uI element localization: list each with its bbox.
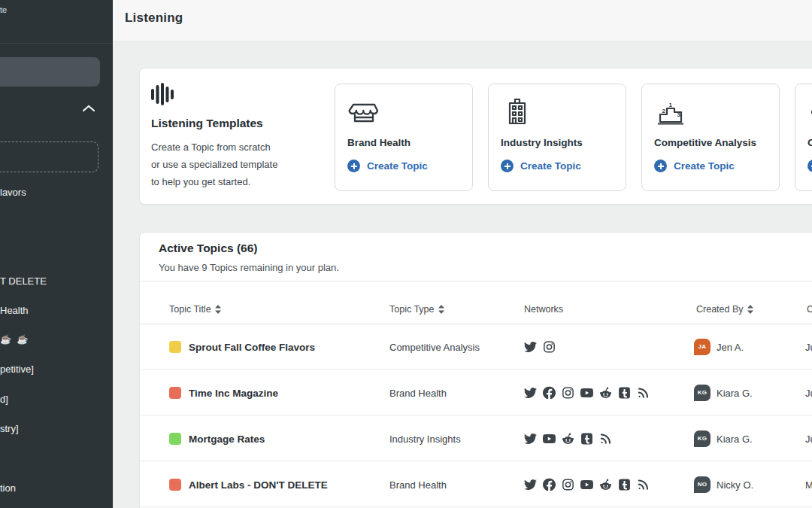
create-topic-button[interactable]: Create Topic bbox=[807, 160, 812, 172]
column-header-created-on[interactable]: C bbox=[807, 304, 812, 315]
svg-text:1: 1 bbox=[669, 102, 673, 108]
templates-heading: Listening Templates bbox=[151, 117, 317, 130]
created-date: Ju bbox=[805, 387, 812, 398]
facebook-icon bbox=[543, 386, 556, 399]
network-icons bbox=[524, 432, 612, 445]
created-by-name: Kiara G. bbox=[717, 387, 753, 398]
sidebar-item-topic[interactable]: stry] bbox=[0, 423, 19, 434]
create-topic-button[interactable]: Create Topic bbox=[347, 160, 460, 172]
waveform-icon bbox=[151, 82, 174, 106]
sort-icon[interactable] bbox=[215, 305, 221, 314]
twitter-icon bbox=[524, 386, 537, 399]
sidebar-item-topic[interactable]: T DELETE bbox=[0, 275, 47, 287]
building-icon bbox=[501, 96, 534, 129]
network-icons bbox=[524, 340, 556, 353]
column-header-topic-type[interactable]: Topic Type bbox=[389, 304, 444, 315]
sidebar-divider bbox=[0, 43, 113, 44]
svg-text:3: 3 bbox=[677, 111, 681, 118]
youtube-icon bbox=[580, 478, 593, 491]
table-row[interactable]: Mortgage Rates Industry Insights KG Kiar… bbox=[140, 415, 812, 461]
podium-icon: 2 1 3 bbox=[654, 96, 687, 129]
sidebar-item-topic[interactable]: d] bbox=[0, 394, 8, 405]
storefront-icon bbox=[347, 96, 380, 129]
tumblr-icon bbox=[618, 478, 631, 491]
template-name: Industry Insights bbox=[501, 137, 614, 148]
topic-type: Brand Health bbox=[389, 479, 447, 490]
topic-color-swatch bbox=[169, 479, 181, 491]
template-card-brand-health[interactable]: Brand Health Create Topic bbox=[335, 84, 473, 191]
topic-title[interactable]: Time Inc Magazine bbox=[189, 387, 278, 398]
topic-title[interactable]: Sprout Fall Coffee Flavors bbox=[189, 341, 315, 352]
sidebar-item-topic[interactable]: tion bbox=[0, 482, 16, 494]
column-header-created-by[interactable]: Created By bbox=[696, 304, 753, 315]
created-by-name: Nicky O. bbox=[717, 479, 753, 490]
sidebar-button[interactable] bbox=[0, 57, 100, 87]
column-header-topic-title[interactable]: Topic Title bbox=[169, 304, 221, 315]
sidebar-item-topic[interactable]: lavors bbox=[0, 187, 26, 198]
active-topics-heading: Active Topics (66) bbox=[159, 242, 258, 255]
created-date: M bbox=[805, 479, 812, 490]
twitter-icon bbox=[524, 478, 537, 491]
template-card-campaign[interactable]: Ca Create Topic bbox=[795, 84, 812, 191]
table-row[interactable]: Albert Labs - DON'T DELETE Brand Health … bbox=[140, 461, 812, 507]
rss-icon bbox=[637, 386, 650, 399]
template-name: Ca bbox=[807, 137, 812, 148]
youtube-icon bbox=[543, 432, 556, 445]
svg-text:2: 2 bbox=[662, 108, 666, 114]
sort-icon[interactable] bbox=[747, 305, 753, 314]
twitter-icon bbox=[524, 340, 537, 353]
reddit-icon bbox=[562, 432, 574, 445]
templates-intro: Listening Templates Create a Topic from … bbox=[151, 78, 317, 190]
avatar: JA bbox=[694, 339, 710, 355]
tumblr-icon bbox=[618, 386, 631, 399]
plus-circle-icon bbox=[501, 160, 514, 172]
template-card-competitive-analysis[interactable]: 2 1 3 Competitive Analysis Create Topic bbox=[641, 84, 780, 191]
table-row[interactable]: Sprout Fall Coffee Flavors Competitive A… bbox=[140, 324, 812, 370]
avatar: KG bbox=[694, 385, 710, 401]
instagram-icon bbox=[562, 478, 574, 491]
sidebar-item-topic[interactable]: ☕ ☕ bbox=[0, 334, 29, 345]
template-card-industry-insights[interactable]: Industry Insights Create Topic bbox=[488, 84, 626, 191]
topic-type: Brand Health bbox=[389, 387, 447, 398]
topic-type: Competitive Analysis bbox=[389, 341, 480, 352]
coffee-emoji-icon: ☕ ☕ bbox=[0, 334, 29, 345]
rss-icon bbox=[599, 432, 612, 445]
page-title: Listening bbox=[125, 11, 183, 26]
sidebar-item-topic[interactable]: Health bbox=[0, 305, 29, 316]
create-topic-button[interactable]: Create Topic bbox=[654, 160, 767, 172]
topic-color-swatch bbox=[169, 341, 181, 353]
divider bbox=[140, 506, 812, 507]
main-content: Listening Listening Templates Create a T… bbox=[113, 0, 812, 508]
instagram-icon bbox=[543, 340, 556, 353]
megaphone-icon bbox=[807, 96, 812, 129]
topic-title[interactable]: Mortgage Rates bbox=[189, 433, 265, 444]
topic-title[interactable]: Albert Labs - DON'T DELETE bbox=[189, 479, 328, 490]
chevron-up-icon[interactable] bbox=[81, 103, 96, 114]
created-date: Ju bbox=[805, 341, 812, 352]
reddit-icon bbox=[599, 386, 612, 399]
tumblr-icon bbox=[580, 432, 593, 445]
plus-circle-icon bbox=[654, 160, 667, 172]
avatar: NO bbox=[694, 476, 710, 493]
network-icons bbox=[524, 386, 650, 399]
facebook-icon bbox=[543, 478, 556, 491]
listening-templates-panel: Listening Templates Create a Topic from … bbox=[139, 68, 812, 205]
sidebar-dropzone[interactable] bbox=[0, 141, 98, 172]
column-header-networks: Networks bbox=[524, 304, 563, 315]
template-name: Competitive Analysis bbox=[654, 137, 767, 148]
templates-description: Create a Topic from scratch or use a spe… bbox=[151, 138, 317, 190]
youtube-icon bbox=[580, 386, 593, 399]
reddit-icon bbox=[599, 478, 612, 491]
topic-color-swatch bbox=[169, 387, 181, 399]
table-row[interactable]: Time Inc Magazine Brand Health KG Kiara … bbox=[140, 370, 812, 415]
plus-circle-icon bbox=[807, 160, 812, 172]
sidebar-item-topic[interactable]: petitive] bbox=[0, 364, 34, 375]
network-icons bbox=[524, 478, 650, 491]
table-header-row: Topic Title Topic Type Networks Created … bbox=[140, 281, 812, 324]
topic-color-swatch bbox=[169, 433, 181, 445]
rss-icon bbox=[637, 478, 650, 491]
created-by-name: Kiara G. bbox=[717, 433, 753, 444]
sidebar-top-label: te bbox=[0, 5, 7, 14]
sort-icon[interactable] bbox=[438, 305, 444, 314]
create-topic-button[interactable]: Create Topic bbox=[501, 160, 614, 172]
